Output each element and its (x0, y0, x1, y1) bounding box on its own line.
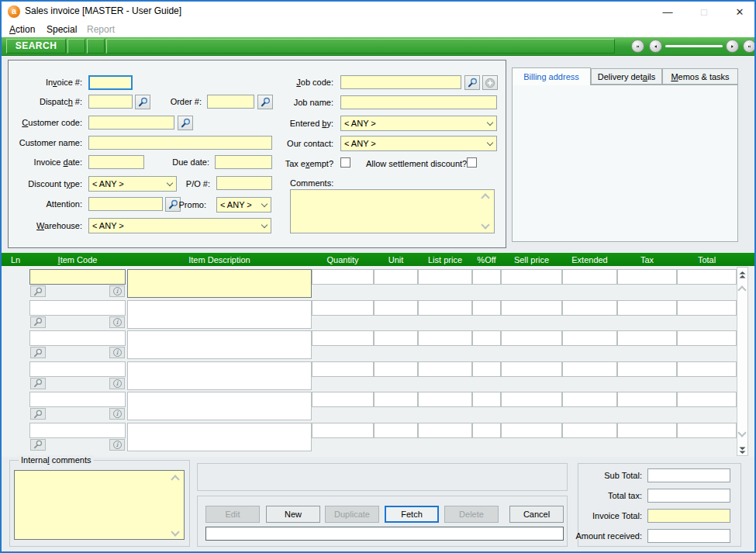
minimize-button[interactable]: — (654, 2, 681, 22)
list-price-cell[interactable] (418, 300, 472, 316)
item-code-cell[interactable] (29, 392, 126, 407)
total-cell[interactable] (677, 300, 737, 316)
customer-code-input[interactable] (88, 116, 174, 130)
unit-cell[interactable] (374, 361, 418, 377)
job-search-button[interactable] (464, 75, 480, 90)
scroll-top-button[interactable] (737, 268, 747, 281)
item-info-button[interactable]: i (109, 439, 125, 451)
warehouse-select[interactable]: < ANY > (88, 218, 271, 233)
list-price-cell[interactable] (418, 423, 472, 438)
quantity-cell[interactable] (312, 300, 374, 316)
tax-cell[interactable] (617, 269, 677, 285)
cancel-button[interactable]: Cancel (509, 506, 564, 523)
menu-special[interactable]: Special (47, 24, 77, 35)
item-description-cell[interactable] (127, 330, 312, 359)
item-search-button[interactable] (30, 408, 46, 420)
allow-settlement-checkbox[interactable] (467, 157, 477, 168)
item-description-cell[interactable] (127, 269, 312, 298)
order-number-input[interactable] (207, 95, 254, 109)
tax-cell[interactable] (617, 423, 677, 438)
quantity-cell[interactable] (312, 269, 374, 285)
total-cell[interactable] (677, 330, 737, 346)
tab-billing-address[interactable]: Billing address (512, 67, 591, 85)
extended-cell[interactable] (562, 392, 617, 407)
invoice-total-input[interactable] (647, 509, 730, 523)
item-code-cell[interactable] (29, 330, 126, 346)
tax-cell[interactable] (617, 361, 677, 377)
sell-price-cell[interactable] (501, 300, 562, 316)
dispatch-number-input[interactable] (88, 95, 133, 109)
total-tax-input[interactable] (647, 489, 730, 503)
percent-off-cell[interactable] (472, 361, 501, 377)
list-price-cell[interactable] (418, 392, 472, 407)
quantity-cell[interactable] (312, 423, 374, 438)
our-contact-select[interactable]: < ANY > (340, 136, 497, 151)
total-cell[interactable] (677, 392, 737, 407)
next-record-button[interactable] (726, 40, 739, 53)
unit-cell[interactable] (374, 392, 418, 407)
fetch-button[interactable]: Fetch (385, 506, 439, 523)
status-message-input[interactable] (205, 527, 564, 541)
tax-exempt-checkbox[interactable] (340, 157, 350, 168)
percent-off-cell[interactable] (472, 392, 501, 407)
unit-cell[interactable] (374, 300, 418, 316)
percent-off-cell[interactable] (472, 269, 501, 285)
item-info-button[interactable]: i (109, 347, 125, 358)
internal-comments-textarea[interactable] (14, 470, 185, 540)
customer-name-input[interactable] (88, 136, 272, 150)
po-number-input[interactable] (216, 176, 272, 190)
customer-search-button[interactable] (178, 116, 193, 130)
extended-cell[interactable] (562, 361, 617, 377)
item-description-cell[interactable] (127, 423, 312, 451)
order-search-button[interactable] (257, 95, 273, 109)
tax-cell[interactable] (617, 330, 677, 346)
sell-price-cell[interactable] (501, 392, 562, 407)
sell-price-cell[interactable] (501, 269, 562, 285)
first-record-button[interactable] (631, 40, 644, 53)
total-cell[interactable] (677, 423, 737, 438)
dispatch-search-button[interactable] (135, 95, 150, 109)
extended-cell[interactable] (562, 269, 617, 285)
item-search-button[interactable] (30, 439, 46, 451)
due-date-input[interactable] (215, 155, 272, 169)
new-button[interactable]: New (266, 506, 320, 523)
discount-type-select[interactable]: < ANY > (88, 176, 177, 192)
previous-record-button[interactable] (649, 40, 662, 53)
scroll-bottom-button[interactable] (737, 444, 747, 456)
item-info-button[interactable]: i (109, 285, 125, 297)
percent-off-cell[interactable] (472, 330, 501, 346)
comments-textarea[interactable] (290, 189, 495, 233)
quantity-cell[interactable] (312, 330, 374, 346)
job-name-input[interactable] (340, 95, 497, 109)
amount-received-input[interactable] (647, 529, 730, 543)
menu-action[interactable]: Action (9, 24, 35, 35)
item-code-cell[interactable] (29, 361, 126, 377)
entered-by-select[interactable]: < ANY > (340, 116, 497, 131)
quantity-cell[interactable] (312, 361, 374, 377)
extended-cell[interactable] (562, 330, 617, 346)
total-cell[interactable] (677, 361, 737, 377)
extended-cell[interactable] (562, 423, 617, 438)
item-search-button[interactable] (30, 316, 46, 328)
list-price-cell[interactable] (418, 361, 472, 377)
tax-cell[interactable] (617, 300, 677, 316)
unit-cell[interactable] (374, 269, 418, 285)
unit-cell[interactable] (374, 330, 418, 346)
item-code-cell[interactable] (29, 269, 126, 285)
extended-cell[interactable] (562, 300, 617, 316)
item-code-cell[interactable] (29, 423, 126, 438)
quantity-cell[interactable] (312, 392, 374, 407)
tab-memos-tasks[interactable]: Memos & tasks (662, 68, 738, 85)
item-description-cell[interactable] (127, 300, 312, 329)
sub-total-input[interactable] (647, 468, 730, 482)
attention-input[interactable] (88, 197, 163, 211)
promo-select[interactable]: < ANY > (216, 197, 271, 213)
last-record-button[interactable] (743, 40, 756, 53)
percent-off-cell[interactable] (472, 423, 501, 438)
invoice-number-input[interactable] (88, 75, 133, 90)
total-cell[interactable] (677, 269, 737, 285)
list-price-cell[interactable] (418, 330, 472, 346)
item-description-cell[interactable] (127, 361, 312, 390)
list-price-cell[interactable] (418, 269, 472, 285)
item-search-button[interactable] (30, 347, 46, 358)
